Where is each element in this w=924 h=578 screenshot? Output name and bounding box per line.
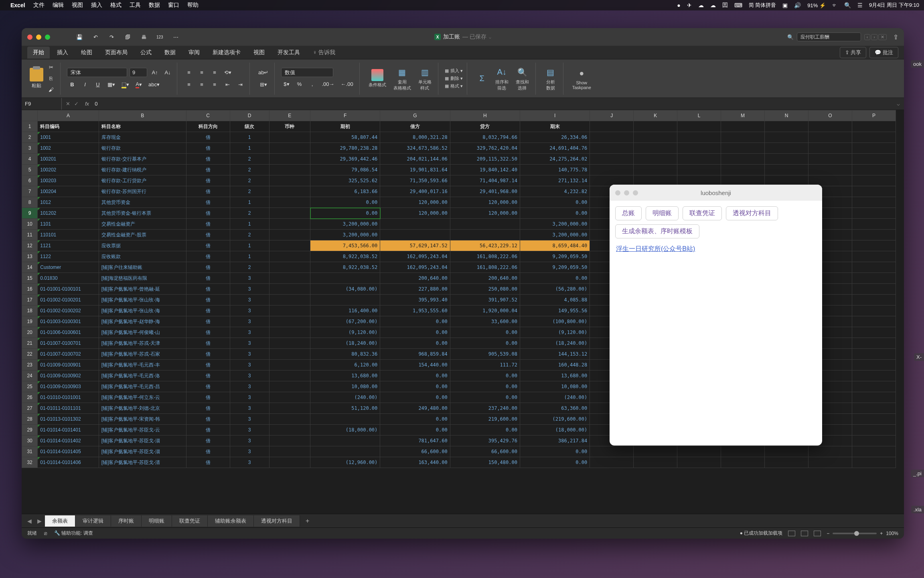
sheet-tab[interactable]: 明细账 [142,515,172,527]
zoom-level[interactable]: 100% [886,531,898,536]
cell[interactable] [808,165,852,175]
cell[interactable]: 银行存款-交行基本户 [99,154,186,165]
col-header[interactable]: L [677,110,721,121]
cell[interactable] [269,425,310,436]
cell[interactable]: 交易性金融资产 [99,219,186,230]
cell[interactable]: 3 [230,457,269,468]
expand-formula-bar-icon[interactable]: ⌵ [893,101,904,107]
cell[interactable] [677,121,721,132]
cell[interactable]: 162,095,243.04 [380,251,450,262]
cell[interactable]: 01-01010-0101001 [38,392,99,403]
cell[interactable]: 借 [186,284,230,295]
cell[interactable]: 4,232.82 [520,186,590,197]
grow-font-icon[interactable]: A↑ [150,67,160,78]
cell[interactable]: 80,832.36 [310,349,380,360]
cell[interactable]: 0.00 [380,338,450,349]
cell[interactable]: 0.00 [380,370,450,381]
cell[interactable] [269,457,310,468]
cell[interactable]: 0.00 [520,457,590,468]
cell[interactable]: 29,780,238.28 [310,143,380,154]
cell[interactable]: 借方 [380,121,450,132]
cell[interactable] [852,349,896,360]
row-header[interactable]: 17 [22,295,38,305]
cell[interactable]: 144,153.12 [520,349,590,360]
cell[interactable] [765,446,808,457]
cell[interactable]: 8,659,484.40 [520,240,590,251]
cell[interactable] [269,414,310,425]
cell[interactable] [450,230,520,240]
cell[interactable]: (18,000.00) [310,425,380,436]
cell[interactable]: 1 [230,219,269,230]
cell[interactable]: 借 [186,154,230,165]
cell[interactable]: 209,115,322.50 [450,154,520,165]
cell[interactable]: 79,086.54 [310,165,380,175]
cell[interactable]: 2 [230,230,269,240]
cell[interactable] [269,175,310,186]
cell[interactable] [634,457,677,468]
cell[interactable] [269,349,310,360]
cell[interactable]: 3 [230,316,269,327]
cell[interactable]: 借 [186,295,230,305]
cell[interactable]: 9,209,059.50 [520,262,590,273]
cell[interactable]: 116,400.00 [310,305,380,316]
cell[interactable]: 1 [230,143,269,154]
cell[interactable] [852,370,896,381]
cell[interactable] [852,230,896,240]
row-header[interactable]: 1 [22,121,38,132]
cell[interactable] [380,230,450,240]
cell[interactable]: 2 [230,262,269,273]
cell[interactable]: 借 [186,262,230,273]
row-header[interactable]: 11 [22,230,38,240]
cell[interactable]: 63,360.00 [520,403,590,414]
cell[interactable]: 66,600.00 [450,446,520,457]
cell[interactable]: 1 [230,197,269,208]
paste-button[interactable]: 粘贴 [30,68,43,89]
cell[interactable]: 1012 [38,197,99,208]
row-header[interactable]: 8 [22,197,38,208]
cell[interactable]: 01-01001-0100101 [38,284,99,295]
cell[interactable] [721,143,765,154]
cell[interactable] [269,240,310,251]
menu-view[interactable]: 视图 [72,2,83,9]
cell[interactable] [765,154,808,165]
cell[interactable]: 借 [186,197,230,208]
cell[interactable]: 贷方 [450,121,520,132]
cell[interactable]: 8,922,038.52 [310,251,380,262]
cell[interactable] [677,154,721,165]
cell[interactable]: 8,032,794.66 [450,132,520,143]
zoom-slider[interactable] [833,533,877,534]
copy-icon[interactable]: ⎘ [46,73,56,84]
menu-window[interactable]: 窗口 [168,2,179,9]
status-icon[interactable]: ▣ [782,2,788,8]
cell[interactable]: 111.72 [450,360,520,370]
cell[interactable]: 01-01009-0100901 [38,360,99,370]
close-button[interactable] [27,35,32,40]
orientation-icon[interactable]: ⟲▾ [222,67,233,78]
panel-action-chip[interactable]: 生成余额表、序时账模板 [615,224,699,238]
cell[interactable]: 借 [186,165,230,175]
cell[interactable] [380,219,450,230]
cell[interactable]: 386,217.84 [520,436,590,446]
cell[interactable] [852,360,896,370]
cell[interactable]: [辅]客户氨氯地平-苏臣戈-云 [99,425,186,436]
menu-data[interactable]: 数据 [149,2,160,9]
cell[interactable]: 1 [230,132,269,143]
cell[interactable]: 227,880.00 [380,284,450,295]
cell[interactable] [808,154,852,165]
cell[interactable]: 120,000.00 [450,197,520,208]
cell[interactable] [808,446,852,457]
cell[interactable]: 3 [230,436,269,446]
inc-decimal-icon[interactable]: .00→ [320,79,336,89]
cell[interactable]: 01-01014-0101402 [38,436,99,446]
cell[interactable] [765,121,808,132]
cell[interactable] [852,175,896,186]
row-header[interactable]: 24 [22,370,38,381]
cell[interactable]: 0.00 [520,197,590,208]
row-header[interactable]: 27 [22,403,38,414]
tab-formulas[interactable]: 公式 [135,47,157,59]
cell[interactable]: [辅]客户往来辅助账 [99,262,186,273]
cell[interactable]: 2 [230,175,269,186]
cell[interactable]: 163,440.00 [380,457,450,468]
battery-status[interactable]: 91% ⚡ [807,2,826,8]
cell[interactable]: 借 [186,273,230,284]
